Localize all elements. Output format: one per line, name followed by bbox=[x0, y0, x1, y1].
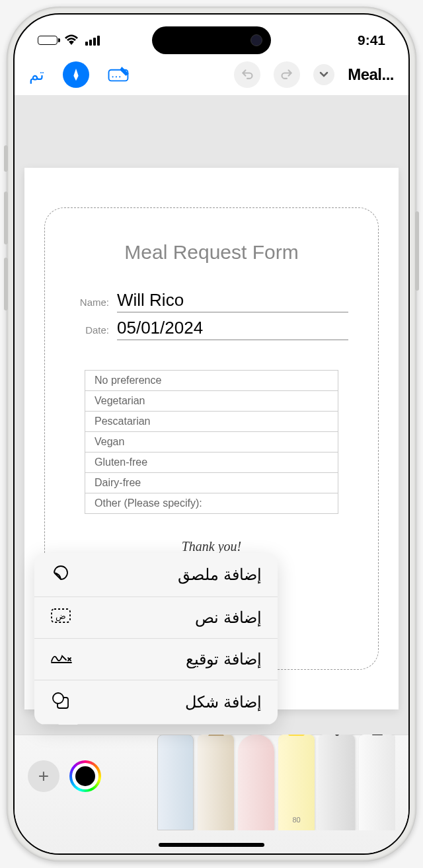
pencil-keyboard-icon bbox=[108, 65, 133, 82]
ruler-tool[interactable] bbox=[157, 735, 194, 830]
redo-icon bbox=[280, 68, 293, 81]
option-row: Vegan bbox=[85, 432, 338, 452]
date-value: 05/01/2024 bbox=[117, 318, 348, 340]
name-label: Name: bbox=[75, 297, 109, 308]
add-signature-item[interactable]: إضافة توقيع bbox=[34, 639, 278, 680]
expand-chevron-button[interactable] bbox=[313, 64, 334, 85]
undo-button[interactable] bbox=[234, 61, 260, 88]
toolbar: تم bbox=[15, 54, 408, 95]
volume-down-button bbox=[4, 258, 8, 310]
silence-switch bbox=[4, 145, 8, 172]
form-title: Meal Request Form bbox=[61, 241, 362, 264]
current-color-swatch bbox=[75, 766, 95, 786]
add-sticker-item[interactable]: إضافة ملصق bbox=[34, 553, 278, 597]
add-menu-popover: إضافة ملصق إضافة نص ض إضافة توقيع إضافة … bbox=[34, 553, 278, 725]
option-row: Dairy-free bbox=[85, 473, 338, 493]
chevron-down-icon bbox=[319, 71, 328, 78]
options-table: No preference Vegetarian Pescatarian Veg… bbox=[85, 370, 338, 514]
phone-frame: 9:41 تم bbox=[7, 7, 416, 861]
dynamic-island bbox=[152, 26, 271, 54]
name-value: Will Rico bbox=[117, 290, 348, 312]
markup-pen-button[interactable] bbox=[63, 61, 89, 88]
plus-icon: + bbox=[38, 766, 49, 787]
svg-point-2 bbox=[116, 76, 117, 77]
menu-item-label: إضافة ملصق bbox=[178, 565, 262, 584]
name-field-row: Name: Will Rico bbox=[61, 290, 362, 312]
date-field-row: Date: 05/01/2024 bbox=[61, 318, 362, 340]
eraser-tool[interactable] bbox=[238, 735, 274, 830]
shapes-icon bbox=[50, 691, 71, 713]
done-button[interactable]: تم bbox=[29, 65, 44, 84]
option-row: Other (Please specify): bbox=[85, 493, 338, 513]
autofill-button[interactable] bbox=[108, 65, 133, 85]
text-box-icon: ض bbox=[50, 608, 71, 628]
home-indicator[interactable] bbox=[159, 843, 264, 847]
phone-screen: 9:41 تم bbox=[13, 13, 410, 855]
menu-item-label: إضافة توقيع bbox=[186, 650, 262, 669]
option-row: No preference bbox=[85, 371, 338, 391]
option-row: Gluten-free bbox=[85, 452, 338, 473]
svg-point-3 bbox=[119, 76, 120, 77]
front-camera bbox=[250, 34, 262, 46]
add-button[interactable]: + bbox=[28, 760, 59, 792]
svg-point-7 bbox=[53, 693, 63, 704]
undo-icon bbox=[241, 68, 254, 81]
wifi-icon bbox=[64, 33, 79, 48]
marker-tool[interactable] bbox=[359, 735, 395, 830]
sticker-icon bbox=[50, 563, 71, 586]
pencil-tool[interactable] bbox=[198, 735, 234, 830]
tool-palette: + bbox=[15, 735, 408, 853]
option-row: Vegetarian bbox=[85, 391, 338, 412]
signature-icon bbox=[50, 649, 71, 669]
date-label: Date: bbox=[75, 324, 109, 336]
thank-you-text: Thank you! bbox=[61, 539, 362, 554]
menu-item-label: إضافة نص bbox=[195, 608, 262, 627]
power-button bbox=[415, 211, 419, 291]
menu-item-label: إضافة شكل bbox=[185, 693, 262, 711]
pen-tool[interactable] bbox=[319, 735, 355, 830]
battery-icon bbox=[38, 36, 58, 45]
option-row: Pescatarian bbox=[85, 412, 338, 432]
redo-button[interactable] bbox=[274, 61, 300, 88]
highlighter-tool[interactable] bbox=[278, 735, 315, 830]
color-picker-button[interactable] bbox=[69, 760, 101, 792]
pen-tip-icon bbox=[69, 67, 83, 82]
volume-up-button bbox=[4, 192, 8, 244]
document-title: Meal... bbox=[348, 65, 394, 84]
svg-point-1 bbox=[112, 76, 113, 77]
cellular-icon bbox=[85, 35, 100, 46]
clock: 9:41 bbox=[358, 32, 385, 48]
svg-text:ض: ض bbox=[56, 611, 66, 622]
add-text-item[interactable]: إضافة نص ض bbox=[34, 597, 278, 639]
